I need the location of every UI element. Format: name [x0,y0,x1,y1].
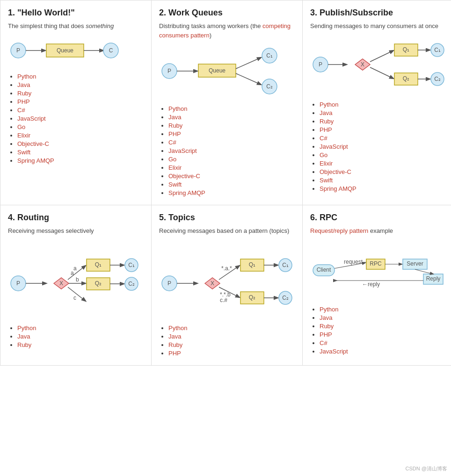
list-item[interactable]: JavaScript [168,147,295,154]
cell-topics: 5. Topics Receiving messages based on a … [152,205,303,366]
diagram-pubsub: P X Q₁ Q₂ [310,36,446,94]
svg-text:RPC: RPC [370,260,382,267]
diagram-rpc: Client request→ RPC Server Reply ←reply [310,241,446,299]
list-item[interactable]: C# [168,138,295,146]
svg-text:X: X [211,280,214,287]
list-item[interactable]: JavaScript [17,115,144,122]
list-item[interactable]: Swift [168,180,295,188]
svg-text:←reply: ←reply [362,281,380,288]
list-item[interactable]: Objective-C [168,172,295,180]
list-item[interactable]: Spring AMQP [320,185,446,192]
list-item[interactable]: Spring AMQP [17,157,144,164]
svg-line-45 [68,287,86,301]
list-item[interactable]: Python [320,101,446,108]
diagram-work-queues: P Queue C₁ C₂ [159,45,295,98]
svg-text:P: P [167,68,171,74]
list-item[interactable]: C# [320,134,446,142]
lang-list-work-queues: Python Java Ruby PHP C# JavaScript Go El… [159,105,295,196]
list-item[interactable]: Go [17,123,144,130]
svg-text:Q₁: Q₁ [403,46,409,53]
list-item[interactable]: Spring AMQP [168,189,295,196]
svg-text:Q₁: Q₁ [95,261,102,268]
title-hello-world: 1. "Hello World!" [8,8,144,18]
list-item[interactable]: JavaScript [320,347,446,355]
list-item[interactable]: Python [17,72,144,80]
list-item[interactable]: Swift [320,176,446,184]
list-item[interactable]: JavaScript [320,143,446,150]
title-pubsub: 3. Publish/Subscribe [310,8,446,18]
svg-text:*.a.*: *.a.* [221,265,232,272]
list-item[interactable]: Go [320,151,446,159]
list-item[interactable]: Objective-C [320,168,446,175]
svg-text:P: P [167,280,171,287]
list-item[interactable]: Java [17,81,144,88]
list-item[interactable]: Ruby [168,341,295,348]
list-item[interactable]: Python [320,305,446,313]
list-item[interactable]: Python [17,324,144,332]
lang-list-pubsub: Python Java Ruby PHP C# JavaScript Go El… [310,101,446,192]
svg-text:Q₂: Q₂ [249,294,255,301]
list-item[interactable]: Ruby [320,117,446,125]
svg-text:C₁: C₁ [434,47,441,53]
list-item[interactable]: PHP [320,331,446,338]
svg-line-25 [370,67,393,79]
title-rpc: 6. RPC [310,213,446,223]
competing-consumers-link[interactable]: competing consumers pattern [159,22,291,39]
list-item[interactable]: PHP [320,126,446,133]
svg-text:a: a [73,265,77,272]
list-item[interactable]: Swift [17,148,144,156]
list-item[interactable]: Go [168,155,295,163]
list-item[interactable]: PHP [168,130,295,137]
svg-text:Q₂: Q₂ [403,75,409,82]
list-item[interactable]: C# [320,339,446,346]
svg-text:C₁: C₁ [266,52,273,59]
list-item[interactable]: Java [320,314,446,321]
list-item[interactable]: Java [168,332,295,340]
title-routing: 4. Routing [8,213,144,223]
lang-list-hello-world: Python Java Ruby PHP C# JavaScript Go El… [8,72,144,164]
svg-text:Queue: Queue [57,47,73,54]
svg-text:C: C [109,47,113,54]
desc-pubsub: Sending messages to many consumers at on… [310,22,446,31]
svg-line-14 [236,73,261,85]
list-item[interactable]: Python [168,105,295,112]
list-item[interactable]: Ruby [17,341,144,348]
svg-text:request→: request→ [344,259,368,265]
svg-text:Client: Client [317,267,331,273]
list-item[interactable]: PHP [17,98,144,105]
list-item[interactable]: Java [17,332,144,340]
list-item[interactable]: Ruby [320,322,446,330]
svg-text:X: X [361,61,364,68]
cell-rpc: 6. RPC Request/reply pattern example Cli… [303,205,451,366]
svg-text:c: c [73,295,76,301]
svg-text:P: P [16,47,20,54]
list-item[interactable]: Ruby [17,89,144,97]
cell-pubsub: 3. Publish/Subscribe Sending messages to… [303,0,451,205]
svg-text:Q₁: Q₁ [249,261,255,268]
list-item[interactable]: Elixir [168,164,295,171]
cell-hello-world: 1. "Hello World!" The simplest thing tha… [0,0,152,205]
list-item[interactable]: Java [168,113,295,121]
request-reply-link[interactable]: Request/reply pattern [310,227,368,234]
svg-text:a: a [71,270,74,276]
list-item[interactable]: Python [168,324,295,332]
svg-text:C₁: C₁ [282,262,289,268]
list-item[interactable]: Elixir [320,159,446,167]
desc-hello-world: The simplest thing that does something [8,22,144,31]
list-item[interactable]: PHP [168,349,295,357]
diagram-routing: P X a b c a Q₁ [8,241,144,317]
list-item[interactable]: Elixir [17,131,144,139]
svg-text:P: P [16,280,20,287]
list-item[interactable]: Java [320,109,446,116]
list-item[interactable]: C# [17,106,144,114]
lang-list-topics: Python Java Ruby PHP [159,324,295,357]
svg-text:C₂: C₂ [434,76,441,82]
diagram-topics: P X *.a.* *.*.b c.# Q₁ Q₂ [159,241,295,317]
list-item[interactable]: Objective-C [17,140,144,147]
diagram-hello-world: P Queue C [8,36,144,66]
cell-routing: 4. Routing Receiving messages selectivel… [0,205,152,366]
desc-routing: Receiving messages selectively [8,226,144,236]
title-topics: 5. Topics [159,213,295,223]
svg-text:P: P [319,61,322,68]
list-item[interactable]: Ruby [168,122,295,129]
